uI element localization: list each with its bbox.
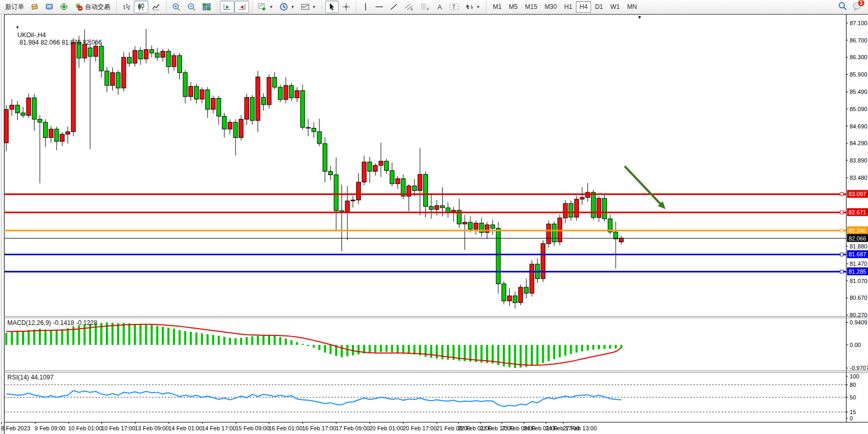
macd-histogram-bar: [5, 333, 7, 345]
macd-histogram-bar: [587, 345, 589, 350]
periods-button[interactable]: ▼: [276, 1, 298, 13]
candle-body: [429, 207, 433, 210]
candle-body: [323, 144, 327, 171]
text-label-tool-button[interactable]: T: [446, 1, 462, 13]
candle-body: [38, 119, 42, 122]
line-chart-button[interactable]: [148, 1, 163, 13]
tf-button-H4[interactable]: H4: [576, 1, 591, 13]
chart-shift-marker[interactable]: ▼: [637, 15, 642, 20]
candle-body: [284, 85, 288, 100]
candle-body: [200, 90, 204, 99]
macd-histogram-bar: [178, 330, 180, 345]
rsi-axis-label: 0: [850, 415, 853, 421]
notifications-button[interactable]: 1: [852, 2, 862, 12]
tf-button-M15[interactable]: M15: [521, 1, 541, 13]
macd-histogram-bar: [369, 345, 371, 353]
tf-button-W1[interactable]: W1: [607, 1, 624, 13]
search-icon[interactable]: [838, 2, 847, 12]
candle-body: [138, 50, 143, 59]
price-axis-label: 80.270: [850, 312, 867, 318]
zoom-in-button[interactable]: [169, 1, 184, 13]
toolbar-separator: [485, 1, 488, 13]
templates-button[interactable]: ▼: [298, 1, 319, 13]
text-tool-button[interactable]: A: [433, 1, 446, 13]
candle-body: [295, 91, 299, 98]
candle-body: [222, 116, 227, 129]
price-axis-label: 85.090: [850, 106, 867, 112]
time-axis-label: 20 Feb 17:00: [403, 425, 437, 431]
time-axis-label: 16 Feb 17:00: [302, 425, 336, 431]
price-axis-label: 86.700: [850, 37, 867, 44]
candle-body: [306, 127, 310, 128]
macd-histogram-bar: [296, 342, 298, 345]
macd-histogram-bar: [184, 331, 186, 345]
candle-body: [317, 132, 322, 144]
macd-histogram-bar: [128, 323, 131, 345]
candle-body: [71, 42, 76, 132]
tile-windows-button[interactable]: [199, 1, 214, 13]
cursor-tool-button[interactable]: [325, 1, 339, 13]
price-axis-label: 81.880: [850, 243, 867, 249]
price-badge-label: 82.671: [849, 209, 866, 215]
price-axis-label: 80.670: [850, 295, 867, 301]
tf-button-D1[interactable]: D1: [591, 1, 606, 13]
signals-button[interactable]: [57, 1, 71, 13]
macd-histogram-bar: [279, 337, 281, 345]
time-axis-label: 8 Feb 2023: [1, 425, 30, 431]
candle-body: [474, 223, 478, 229]
macd-histogram-bar: [542, 345, 544, 363]
macd-histogram-bar: [615, 345, 617, 349]
chevron-down-icon: ▼: [269, 5, 273, 9]
tf-button-M1[interactable]: M1: [489, 1, 506, 13]
gold-box-icon: [30, 3, 39, 11]
fibonacci-tool-button[interactable]: F: [417, 1, 433, 13]
candle-body: [66, 132, 70, 134]
macd-histogram-bar: [45, 330, 47, 345]
channel-tool-button[interactable]: E: [401, 1, 417, 13]
price-badge-label: 83.097: [849, 191, 866, 197]
svg-text:E: E: [411, 7, 413, 11]
crosshair-icon: [342, 3, 350, 11]
macd-histogram-bar: [291, 340, 293, 345]
tf-button-H1[interactable]: H1: [561, 1, 576, 13]
macd-histogram-bar: [201, 333, 203, 345]
macd-histogram-bar: [575, 345, 577, 353]
chart-window[interactable]: 87.10086.70086.30085.90085.49085.09084.6…: [0, 14, 868, 434]
candle-body: [177, 56, 181, 73]
chart-canvas[interactable]: 87.10086.70086.30085.90085.49085.09084.6…: [0, 14, 868, 434]
tf-button-MN[interactable]: MN: [624, 1, 641, 13]
shapes-tool-button[interactable]: ▼: [462, 1, 484, 13]
macd-histogram-bar: [307, 345, 309, 346]
indicators-button[interactable]: ▼: [255, 1, 276, 13]
bars-chart-button[interactable]: [119, 1, 134, 13]
terminal-button[interactable]: [42, 1, 57, 13]
autotrade-button[interactable]: 自动交易: [71, 1, 113, 13]
new-order-button[interactable]: 新订单: [2, 1, 27, 13]
time-axis-label: 9 Feb 09:00: [35, 425, 66, 431]
candle-body: [552, 224, 556, 242]
auto-scroll-button[interactable]: [220, 1, 234, 13]
chart-shift-button[interactable]: [234, 1, 249, 13]
crosshair-tool-button[interactable]: [339, 1, 353, 13]
trendline-tool-button[interactable]: [387, 1, 401, 13]
macd-histogram-bar: [559, 345, 561, 357]
macd-histogram-bar: [491, 345, 494, 363]
rsi-axis-label: 100: [850, 373, 859, 379]
candle-body: [127, 57, 132, 63]
candle-body: [4, 110, 8, 143]
market-watch-button[interactable]: [27, 1, 42, 13]
price-axis-label: 84.290: [850, 140, 867, 146]
macd-histogram-bar: [447, 345, 449, 360]
vertical-line-tool-button[interactable]: [359, 1, 372, 13]
macd-histogram-bar: [346, 345, 348, 356]
candle-body: [384, 161, 389, 170]
horizontal-line-tool-button[interactable]: [372, 1, 387, 13]
rsi-axis-label: 80: [850, 382, 856, 388]
candle-body: [395, 179, 400, 184]
candlestick-chart-button[interactable]: [134, 1, 148, 13]
candle-body: [524, 287, 528, 293]
zoom-out-button[interactable]: [184, 1, 199, 13]
collapse-triangle-icon[interactable]: ▼: [15, 25, 19, 30]
tf-button-M5[interactable]: M5: [505, 1, 521, 13]
tf-button-M30[interactable]: M30: [541, 1, 560, 13]
